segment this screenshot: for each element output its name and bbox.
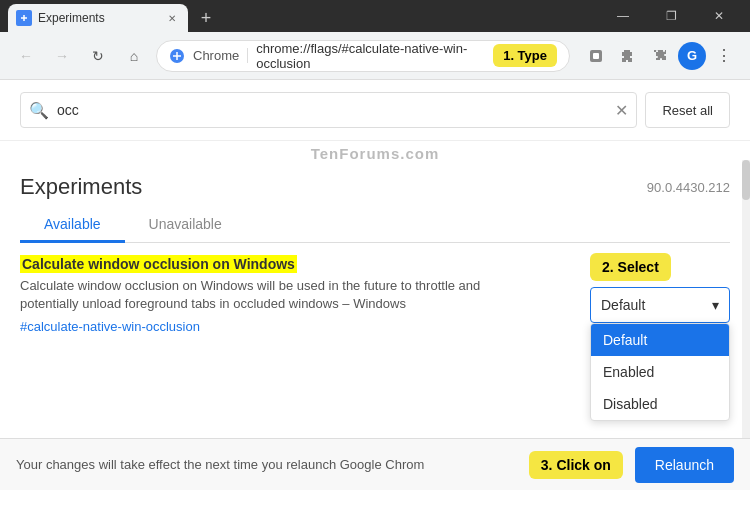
scrollbar-track[interactable] <box>742 160 750 438</box>
minimize-button[interactable]: — <box>600 0 646 32</box>
site-favicon <box>169 48 185 64</box>
tab-area: Experiments ✕ + <box>8 0 600 32</box>
tab-title: Experiments <box>38 11 158 25</box>
home-button[interactable]: ⌂ <box>120 42 148 70</box>
experiments-content: Calculate window occlusion on Windows Ca… <box>0 243 750 347</box>
active-tab[interactable]: Experiments ✕ <box>8 4 188 32</box>
relaunch-button[interactable]: Relaunch <box>635 447 734 483</box>
menu-button[interactable]: ⋮ <box>710 42 738 70</box>
forward-button[interactable]: → <box>48 42 76 70</box>
dropdown-menu: Default Enabled Disabled <box>590 323 730 421</box>
dropdown-option-enabled[interactable]: Enabled <box>591 356 729 388</box>
chevron-down-icon: ▾ <box>712 297 719 313</box>
title-bar: Experiments ✕ + — ❐ ✕ <box>0 0 750 32</box>
flag-description: Calculate window occlusion on Windows wi… <box>20 277 540 313</box>
address-bar: ← → ↻ ⌂ Chrome chrome://flags/#calculate… <box>0 32 750 80</box>
version-text: 90.0.4430.212 <box>647 180 730 195</box>
watermark: TenForums.com <box>0 141 750 162</box>
toolbar-icons: G ⋮ <box>582 42 738 70</box>
dropdown-option-default[interactable]: Default <box>591 324 729 356</box>
clear-search-icon[interactable]: ✕ <box>615 101 628 120</box>
flag-title: Calculate window occlusion on Windows <box>20 255 297 273</box>
step3-badge: 3. Click on <box>529 451 623 479</box>
step2-badge: 2. Select <box>590 253 671 281</box>
experiments-title: Experiments <box>20 174 142 200</box>
search-bar-area: 🔍 ✕ Reset all <box>0 80 750 141</box>
maximize-button[interactable]: ❐ <box>648 0 694 32</box>
refresh-button[interactable]: ↻ <box>84 42 112 70</box>
extension-icon[interactable] <box>614 42 642 70</box>
search-input-wrapper[interactable]: 🔍 ✕ <box>20 92 637 128</box>
scrollbar-thumb[interactable] <box>742 160 750 200</box>
profile-menu-icon[interactable] <box>582 42 610 70</box>
reset-all-button[interactable]: Reset all <box>645 92 730 128</box>
chrome-label: Chrome <box>193 48 248 63</box>
back-button[interactable]: ← <box>12 42 40 70</box>
tab-unavailable[interactable]: Unavailable <box>125 208 246 243</box>
user-avatar[interactable]: G <box>678 42 706 70</box>
close-button[interactable]: ✕ <box>696 0 742 32</box>
window-controls: — ❐ ✕ <box>600 0 742 32</box>
search-input[interactable] <box>57 102 607 118</box>
tab-favicon <box>16 10 32 26</box>
puzzle-icon[interactable] <box>646 42 674 70</box>
tab-close-button[interactable]: ✕ <box>164 10 180 26</box>
search-icon: 🔍 <box>29 101 49 120</box>
dropdown-option-disabled[interactable]: Disabled <box>591 388 729 420</box>
bottom-bar: Your changes will take effect the next t… <box>0 438 750 490</box>
url-text: chrome://flags/#calculate-native-win-occ… <box>256 41 485 71</box>
experiments-header: Experiments 90.0.4430.212 <box>0 162 750 204</box>
step1-badge: 1. Type <box>493 44 557 67</box>
url-bar[interactable]: Chrome chrome://flags/#calculate-native-… <box>156 40 570 72</box>
main-content: 🔍 ✕ Reset all TenForums.com Experiments … <box>0 80 750 490</box>
tab-available[interactable]: Available <box>20 208 125 243</box>
bottom-message: Your changes will take effect the next t… <box>16 457 517 472</box>
flag-link[interactable]: #calculate-native-win-occlusion <box>20 319 200 334</box>
dropdown-area: 2. Select Default ▾ Default Enabled Disa… <box>590 253 730 421</box>
svg-rect-3 <box>593 53 599 59</box>
dropdown-current-value: Default <box>601 297 645 313</box>
new-tab-button[interactable]: + <box>192 4 220 32</box>
tab-nav: Available Unavailable <box>20 208 730 243</box>
dropdown-trigger[interactable]: Default ▾ <box>590 287 730 323</box>
